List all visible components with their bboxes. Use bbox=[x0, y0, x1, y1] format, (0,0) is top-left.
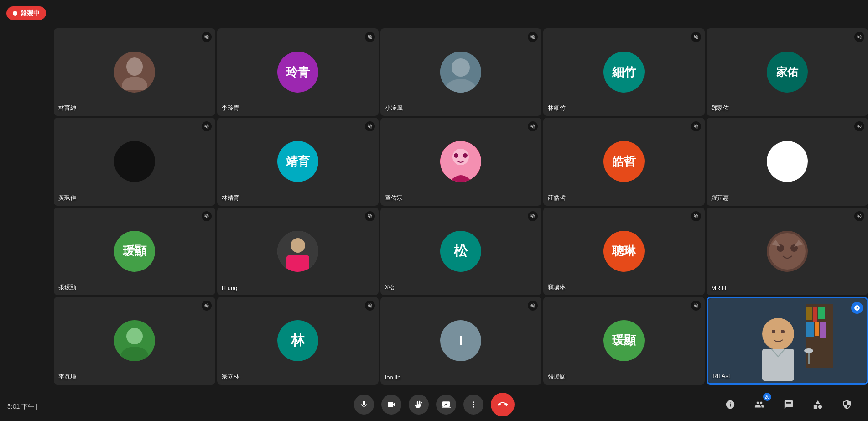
svg-point-7 bbox=[454, 153, 458, 158]
people-count-badge: 20 bbox=[763, 393, 771, 401]
raise-hand-button[interactable] bbox=[409, 395, 429, 415]
avatar-circle: 林 bbox=[277, 320, 318, 361]
participant-tile: 松 X松 bbox=[380, 208, 542, 295]
participant-name: 林靖育 bbox=[222, 194, 239, 202]
svg-point-19 bbox=[126, 328, 143, 344]
svg-rect-36 bbox=[814, 405, 817, 409]
participant-tile: 家佑 鄧家佑 bbox=[707, 28, 868, 116]
participant-tile: 瑗顯 張瑗顯 bbox=[54, 208, 215, 295]
participant-tile: I Ion lin bbox=[380, 297, 542, 385]
participant-name: 竊囔琳 bbox=[548, 283, 566, 291]
participant-tile: 細竹 林細竹 bbox=[543, 28, 705, 116]
avatar-circle: 玲青 bbox=[277, 52, 318, 93]
participant-tile: 小冷風 bbox=[380, 28, 542, 116]
mute-icon bbox=[365, 32, 375, 42]
participant-name: 張瑗顯 bbox=[548, 373, 566, 381]
participant-name: 李玲青 bbox=[222, 104, 239, 112]
svg-point-35 bbox=[818, 405, 822, 409]
activities-button[interactable] bbox=[808, 395, 828, 415]
participant-tile: 靖育 林靖育 bbox=[217, 118, 379, 205]
more-options-button[interactable] bbox=[463, 395, 483, 415]
mute-icon bbox=[528, 301, 538, 311]
participant-tile: MR H bbox=[707, 208, 868, 295]
participant-name: MR H bbox=[711, 285, 726, 291]
participant-name: RIt AsI bbox=[712, 373, 730, 379]
end-call-button[interactable] bbox=[491, 393, 515, 416]
participant-tile: 李彥瑾 bbox=[54, 297, 215, 385]
participant-name: 宗立林 bbox=[222, 373, 239, 381]
svg-point-1 bbox=[122, 77, 147, 90]
mute-icon bbox=[528, 121, 538, 131]
participant-name: X松 bbox=[385, 283, 395, 291]
avatar-white bbox=[767, 141, 808, 182]
svg-rect-25 bbox=[818, 307, 825, 319]
participant-tile: 黃珮佳 bbox=[54, 118, 215, 205]
participant-tile: 羅芃惠 bbox=[707, 118, 868, 205]
mute-icon bbox=[691, 301, 701, 311]
mute-icon bbox=[202, 211, 212, 221]
participant-name: 童佑宗 bbox=[385, 194, 403, 202]
svg-point-8 bbox=[463, 153, 468, 158]
mute-icon bbox=[365, 301, 375, 311]
avatar-circle: I bbox=[440, 320, 481, 361]
svg-rect-29 bbox=[808, 352, 810, 364]
participant-tile: 玲青 李玲青 bbox=[217, 28, 379, 116]
mute-icon bbox=[202, 32, 212, 42]
mute-icon bbox=[691, 121, 701, 131]
chat-button[interactable] bbox=[779, 395, 799, 415]
participant-name: 黃珮佳 bbox=[58, 194, 76, 202]
avatar-circle: 靖育 bbox=[277, 141, 318, 182]
security-button[interactable] bbox=[837, 395, 857, 415]
participant-name: 林細竹 bbox=[548, 104, 566, 112]
svg-point-13 bbox=[769, 233, 806, 270]
time-display: 5:01 下午 | bbox=[7, 403, 38, 411]
participant-tile: 林育紳 bbox=[54, 28, 215, 116]
mute-icon bbox=[854, 211, 864, 221]
avatar-circle: 松 bbox=[440, 231, 481, 272]
mute-icon bbox=[854, 32, 864, 42]
participant-name: H ung bbox=[222, 285, 238, 291]
svg-rect-26 bbox=[806, 322, 814, 337]
mute-icon bbox=[854, 121, 864, 131]
svg-rect-23 bbox=[806, 307, 812, 320]
recording-label: 錄製中 bbox=[21, 9, 40, 17]
avatar-circle: 皓哲 bbox=[603, 141, 645, 182]
svg-point-33 bbox=[781, 330, 785, 333]
mute-icon bbox=[202, 121, 212, 131]
participant-name: 莊皓哲 bbox=[548, 194, 566, 202]
mute-icon bbox=[691, 32, 701, 42]
svg-rect-28 bbox=[820, 322, 826, 338]
active-speaker-icon bbox=[851, 302, 863, 314]
avatar-black bbox=[114, 141, 155, 182]
mute-icon bbox=[365, 211, 375, 221]
screen-share-button[interactable] bbox=[436, 395, 456, 415]
svg-rect-24 bbox=[813, 307, 817, 322]
participant-name: 小冷風 bbox=[385, 104, 403, 112]
participant-name: 羅芃惠 bbox=[711, 194, 729, 202]
participant-tile: 童佑宗 bbox=[380, 118, 542, 205]
mute-icon bbox=[528, 32, 538, 42]
mute-icon bbox=[202, 301, 212, 311]
recording-dot bbox=[13, 11, 17, 16]
participant-name: Ion lin bbox=[385, 374, 401, 381]
avatar-circle: 聰琳 bbox=[603, 231, 645, 272]
svg-rect-34 bbox=[762, 349, 794, 381]
people-button[interactable]: 20 bbox=[749, 395, 769, 415]
toolbar-right: 20 bbox=[720, 395, 857, 415]
svg-rect-11 bbox=[286, 255, 309, 272]
participant-tile: 聰琳 竊囔琳 bbox=[543, 208, 705, 295]
participant-name: 鄧家佑 bbox=[711, 104, 729, 112]
participant-name: 張瑗顯 bbox=[58, 283, 76, 291]
svg-point-30 bbox=[804, 348, 813, 353]
avatar-circle: 瑗顯 bbox=[114, 231, 155, 272]
avatar-circle: 家佑 bbox=[767, 52, 808, 93]
recording-badge: 錄製中 bbox=[6, 6, 46, 20]
avatar-circle: 細竹 bbox=[603, 52, 645, 93]
mute-icon bbox=[691, 211, 701, 221]
mic-button[interactable] bbox=[354, 395, 374, 415]
svg-point-32 bbox=[772, 330, 775, 333]
participant-tile: 瑗顯 張瑗顯 bbox=[543, 297, 705, 385]
info-button[interactable] bbox=[720, 395, 740, 415]
svg-point-10 bbox=[291, 238, 305, 253]
camera-button[interactable] bbox=[381, 395, 401, 415]
